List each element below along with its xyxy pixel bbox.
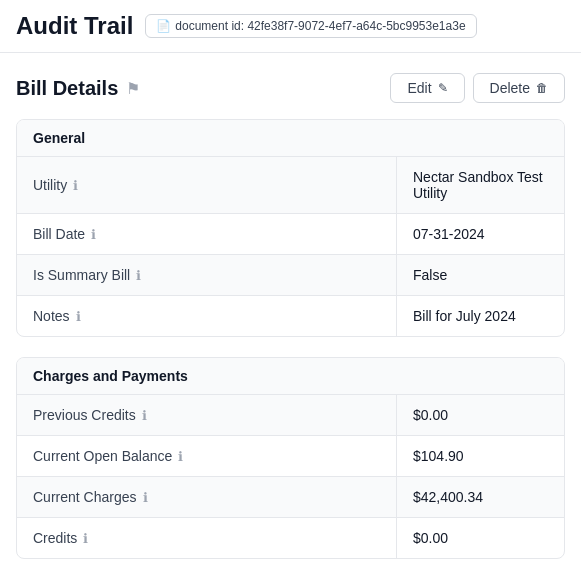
current-charges-value: $42,400.34	[397, 477, 564, 517]
bill-date-label: Bill Date	[17, 214, 397, 254]
doc-id-text: document id: 42fe38f7-9072-4ef7-a64c-5bc…	[175, 19, 465, 33]
open-balance-info-icon[interactable]	[178, 449, 183, 464]
utility-label: Utility	[17, 157, 397, 213]
doc-id-badge: 📄 document id: 42fe38f7-9072-4ef7-a64c-5…	[145, 14, 476, 38]
open-balance-value: $104.90	[397, 436, 564, 476]
edit-label: Edit	[407, 80, 431, 96]
action-buttons: Edit ✎ Delete 🗑	[390, 73, 565, 103]
content-area: Bill Details ⚑ Edit ✎ Delete 🗑 General U…	[0, 53, 581, 567]
general-table: General Utility Nectar Sandbox Test Util…	[16, 119, 565, 337]
table-row: Previous Credits $0.00	[17, 395, 564, 436]
edit-icon: ✎	[438, 81, 448, 95]
table-row: Current Open Balance $104.90	[17, 436, 564, 477]
utility-info-icon[interactable]	[73, 178, 78, 193]
section-title-row: Bill Details ⚑	[16, 77, 140, 100]
open-balance-label: Current Open Balance	[17, 436, 397, 476]
credits-value: $0.00	[397, 518, 564, 558]
notes-label: Notes	[17, 296, 397, 336]
page-title: Audit Trail	[16, 12, 133, 40]
table-row: Credits $0.00	[17, 518, 564, 558]
flag-icon[interactable]: ⚑	[126, 79, 140, 98]
document-icon: 📄	[156, 19, 171, 33]
credits-info-icon[interactable]	[83, 531, 88, 546]
general-section-header: General	[17, 120, 564, 157]
bill-date-value: 07-31-2024	[397, 214, 564, 254]
current-charges-info-icon[interactable]	[143, 490, 148, 505]
previous-credits-value: $0.00	[397, 395, 564, 435]
previous-credits-info-icon[interactable]	[142, 408, 147, 423]
utility-value: Nectar Sandbox Test Utility	[397, 157, 564, 213]
bill-details-title: Bill Details	[16, 77, 118, 100]
table-row: Utility Nectar Sandbox Test Utility	[17, 157, 564, 214]
charges-table: Charges and Payments Previous Credits $0…	[16, 357, 565, 559]
edit-button[interactable]: Edit ✎	[390, 73, 464, 103]
credits-label: Credits	[17, 518, 397, 558]
delete-label: Delete	[490, 80, 530, 96]
bill-date-info-icon[interactable]	[91, 227, 96, 242]
previous-credits-label: Previous Credits	[17, 395, 397, 435]
page-header: Audit Trail 📄 document id: 42fe38f7-9072…	[0, 0, 581, 53]
summary-bill-info-icon[interactable]	[136, 268, 141, 283]
section-header: Bill Details ⚑ Edit ✎ Delete 🗑	[16, 73, 565, 103]
delete-icon: 🗑	[536, 81, 548, 95]
charges-section-header: Charges and Payments	[17, 358, 564, 395]
table-row: Notes Bill for July 2024	[17, 296, 564, 336]
table-row: Is Summary Bill False	[17, 255, 564, 296]
notes-value: Bill for July 2024	[397, 296, 564, 336]
notes-info-icon[interactable]	[76, 309, 81, 324]
delete-button[interactable]: Delete 🗑	[473, 73, 565, 103]
table-row: Current Charges $42,400.34	[17, 477, 564, 518]
table-row: Bill Date 07-31-2024	[17, 214, 564, 255]
current-charges-label: Current Charges	[17, 477, 397, 517]
summary-bill-label: Is Summary Bill	[17, 255, 397, 295]
summary-bill-value: False	[397, 255, 564, 295]
